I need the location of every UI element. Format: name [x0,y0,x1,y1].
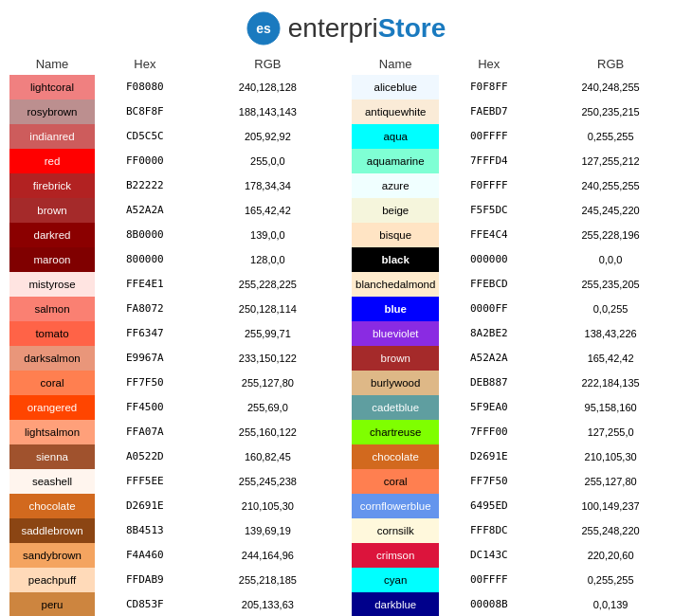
color-hex: BC8F8F [95,100,195,124]
main-content: Name Hex RGB lightcoralF08080240,128,128… [0,53,692,616]
color-rgb: 255,69,0 [195,395,340,420]
color-name: blue [352,297,439,321]
right-table-row: chartreuse7FFF00127,255,0 [352,420,683,444]
left-table-row: siennaA0522D160,82,45 [9,444,340,469]
color-name: chocolate [9,494,95,518]
color-rgb: 255,0,0 [195,149,340,173]
color-name: seashell [9,469,95,494]
color-hex: 8B0000 [95,223,195,247]
right-table-row: darkblue00008B0,0,139 [352,592,683,616]
logo-icon: es [246,11,281,45]
color-hex: 7FFFD4 [439,149,538,173]
right-table-row: black0000000,0,0 [352,247,683,272]
color-hex: B22222 [95,173,195,198]
color-name: antiquewhite [352,100,439,124]
svg-text:es: es [256,21,271,36]
color-rgb: 245,245,220 [538,198,683,223]
color-hex: FFEBCD [439,272,538,297]
left-color-table: Name Hex RGB lightcoralF08080240,128,128… [9,53,340,616]
color-hex: CD5C5C [95,124,195,149]
color-rgb: 255,127,80 [195,371,340,395]
right-table-row: burlywoodDEB887222,184,135 [352,371,683,395]
right-col-hex: Hex [439,53,538,75]
color-rgb: 220,20,60 [538,543,683,568]
color-name: saddlebrown [9,518,95,543]
color-hex: 800000 [95,247,195,272]
color-rgb: 255,228,225 [195,272,340,297]
color-name: mistyrose [9,272,95,297]
left-table-row: tomatoFF6347255,99,71 [9,321,340,346]
color-rgb: 255,218,185 [195,568,340,592]
color-name: rosybrown [9,100,95,124]
color-rgb: 255,160,122 [195,420,340,444]
color-hex: D2691E [439,444,538,469]
right-table-row: blanchedalmondFFEBCD255,235,205 [352,272,683,297]
color-hex: F0FFFF [439,173,538,198]
right-table-row: aqua00FFFF0,255,255 [352,124,683,149]
color-rgb: 233,150,122 [195,346,340,371]
right-table-row: bisqueFFE4C4255,228,196 [352,223,683,247]
color-hex: 000000 [439,247,538,272]
color-hex: 6495ED [439,494,538,518]
color-name: blueviolet [352,321,439,346]
color-rgb: 165,42,42 [195,198,340,223]
color-name: aquamarine [352,149,439,173]
color-hex: 8A2BE2 [439,321,538,346]
color-name: orangered [9,395,95,420]
color-hex: FF6347 [95,321,195,346]
color-hex: FF4500 [95,395,195,420]
color-rgb: 178,34,34 [195,173,340,198]
color-name: brown [352,346,439,371]
color-name: chartreuse [352,420,439,444]
color-rgb: 0,0,139 [538,592,683,616]
right-table-row: aliceblueF0F8FF240,248,255 [352,75,683,100]
color-name: crimson [352,543,439,568]
left-table-row: rosybrownBC8F8F188,143,143 [9,100,340,124]
color-hex: FFF5EE [95,469,195,494]
color-name: azure [352,173,439,198]
color-rgb: 255,248,220 [538,518,683,543]
color-name: darkred [9,223,95,247]
color-name: cornsilk [352,518,439,543]
left-col-rgb: RGB [195,53,340,75]
color-name: coral [9,371,95,395]
color-name: lightcoral [9,75,95,100]
left-table-row: orangeredFF4500255,69,0 [9,395,340,420]
color-rgb: 240,255,255 [538,173,683,198]
color-rgb: 205,133,63 [195,592,340,616]
color-hex: A52A2A [439,346,538,371]
header: es enterpriStore [0,0,692,53]
color-hex: F4A460 [95,543,195,568]
color-rgb: 222,184,135 [538,371,683,395]
color-hex: F08080 [95,75,195,100]
color-name: cadetblue [352,395,439,420]
color-rgb: 255,245,238 [195,469,340,494]
color-hex: DC143C [439,543,538,568]
left-table-row: mistyroseFFE4E1255,228,225 [9,272,340,297]
right-table-row: cadetblue5F9EA095,158,160 [352,395,683,420]
color-rgb: 205,92,92 [195,124,340,149]
left-table-row: chocolateD2691E210,105,30 [9,494,340,518]
left-table-row: lightsalmonFFA07A255,160,122 [9,420,340,444]
color-name: chocolate [352,444,439,469]
color-rgb: 0,0,0 [538,247,683,272]
table-divider [340,53,352,616]
color-name: brown [9,198,95,223]
color-name: sienna [9,444,95,469]
left-col-name: Name [9,53,95,75]
color-hex: DEB887 [439,371,538,395]
left-table-row: peachpuffFFDAB9255,218,185 [9,568,340,592]
color-rgb: 100,149,237 [538,494,683,518]
left-table-row: salmonFA8072250,128,114 [9,297,340,321]
color-rgb: 255,235,205 [538,272,683,297]
right-table-row: blueviolet8A2BE2138,43,226 [352,321,683,346]
color-rgb: 0,0,255 [538,297,683,321]
color-rgb: 255,228,196 [538,223,683,247]
color-hex: F0F8FF [439,75,538,100]
color-hex: 00FFFF [439,568,538,592]
left-table-row: maroon800000128,0,0 [9,247,340,272]
right-table-row: blue0000FF0,0,255 [352,297,683,321]
left-col-hex: Hex [95,53,195,75]
color-name: peru [9,592,95,616]
color-name: peachpuff [9,568,95,592]
